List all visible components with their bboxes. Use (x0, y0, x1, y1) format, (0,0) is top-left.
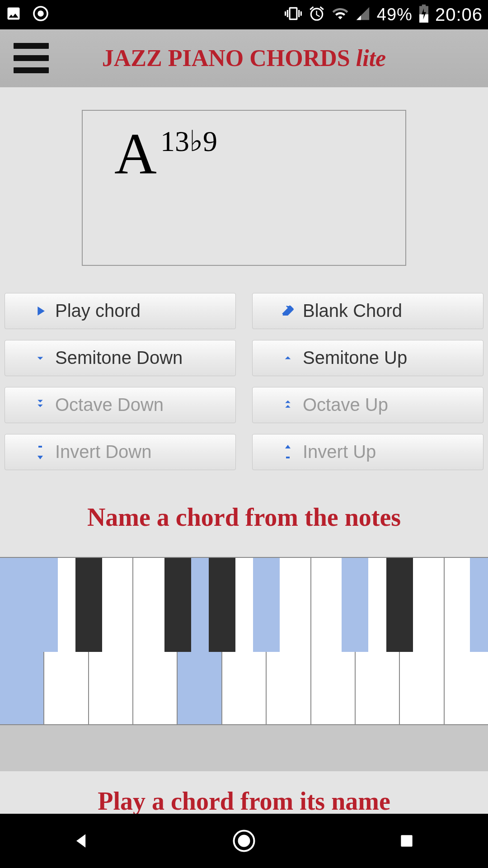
battery-charging-icon (419, 5, 429, 24)
black-keys-row (0, 558, 488, 652)
eraser-icon (273, 303, 303, 319)
black-key[interactable] (342, 558, 368, 652)
black-key[interactable] (209, 558, 235, 652)
black-key[interactable] (386, 558, 413, 652)
black-key[interactable] (470, 558, 488, 652)
chevron-down-icon (25, 351, 55, 365)
alarm-icon (308, 5, 325, 24)
black-key[interactable] (253, 558, 280, 652)
battery-percentage: 49% (377, 5, 413, 24)
play-icon (25, 303, 55, 319)
status-left-icons (5, 5, 49, 24)
nav-home-button[interactable] (230, 827, 258, 854)
double-chevron-up-icon (273, 398, 303, 412)
black-key[interactable] (164, 558, 191, 652)
octave-up-label: Octave Up (303, 395, 388, 415)
name-chord-heading: Name a chord from the notes (0, 503, 488, 532)
blank-chord-label: Blank Chord (303, 301, 402, 321)
vibrate-icon (285, 5, 302, 24)
app-title: JAZZ PIANO CHORDS lite (0, 45, 488, 71)
arrow-up-icon (273, 444, 303, 460)
button-grid: Play chord Blank Chord Semitone Down Sem… (5, 293, 483, 470)
invert-down-label: Invert Down (55, 442, 151, 462)
black-key[interactable] (31, 558, 58, 652)
chord-extension: 13♭9 (160, 127, 217, 156)
android-nav-bar (0, 814, 488, 868)
wifi-icon (332, 5, 349, 24)
arrow-down-icon (25, 444, 55, 460)
section-divider (0, 725, 488, 771)
chevron-up-icon (273, 351, 303, 365)
semitone-down-button[interactable]: Semitone Down (5, 340, 236, 376)
app-title-main: JAZZ PIANO CHORDS (102, 45, 356, 71)
semitone-down-label: Semitone Down (55, 348, 183, 368)
svg-rect-4 (422, 5, 426, 7)
play-chord-heading: Play a chord from its name (0, 771, 488, 814)
play-chord-button[interactable]: Play chord (5, 293, 236, 329)
svg-point-1 (38, 11, 44, 17)
nav-back-button[interactable] (68, 827, 95, 854)
app-header: JAZZ PIANO CHORDS lite (0, 29, 488, 87)
status-right-icons: 49% 20:06 (285, 5, 483, 25)
svg-point-6 (238, 835, 250, 847)
octave-down-label: Octave Down (55, 395, 164, 415)
semitone-up-label: Semitone Up (303, 348, 407, 368)
android-status-bar: 49% 20:06 (0, 0, 488, 29)
nav-recent-button[interactable] (393, 827, 420, 854)
invert-down-button[interactable]: Invert Down (5, 434, 236, 470)
app-title-lite: lite (356, 45, 386, 71)
octave-down-button[interactable]: Octave Down (5, 387, 236, 423)
play-chord-label: Play chord (55, 301, 141, 321)
chord-display[interactable]: A13♭9 (82, 110, 406, 266)
record-icon (33, 5, 49, 24)
svg-rect-7 (401, 835, 412, 846)
picture-icon (5, 5, 22, 24)
signal-icon (355, 6, 371, 23)
octave-up-button[interactable]: Octave Up (252, 387, 483, 423)
chord-root: A (114, 124, 157, 183)
invert-up-button[interactable]: Invert Up (252, 434, 483, 470)
main-content: A13♭9 Play chord Blank Chord Semitone Do… (0, 87, 488, 814)
menu-button[interactable] (14, 40, 50, 76)
double-chevron-down-icon (25, 398, 55, 412)
invert-up-label: Invert Up (303, 442, 376, 462)
status-clock: 20:06 (435, 5, 483, 25)
piano-keyboard[interactable] (0, 557, 488, 725)
black-key[interactable] (75, 558, 102, 652)
semitone-up-button[interactable]: Semitone Up (252, 340, 483, 376)
blank-chord-button[interactable]: Blank Chord (252, 293, 483, 329)
